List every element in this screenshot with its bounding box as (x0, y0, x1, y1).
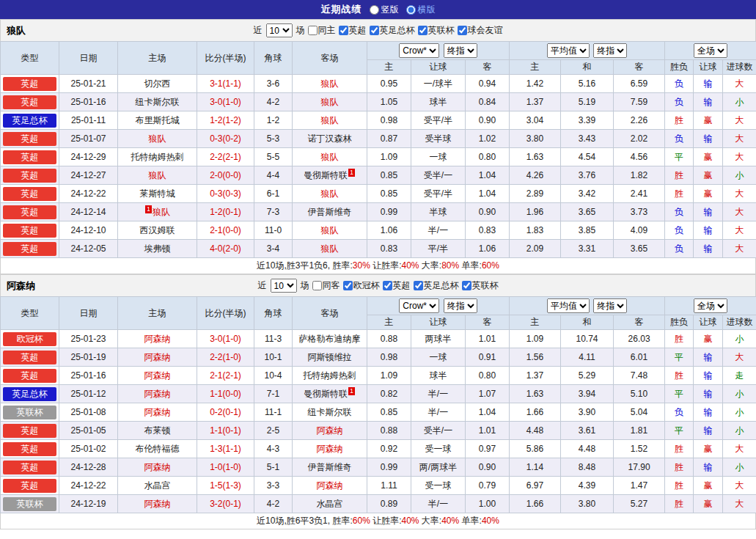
away-team[interactable]: 狼队 (293, 75, 367, 93)
average-final-select[interactable]: 终指 (593, 43, 627, 58)
team-name-text: 布伦特福德 (136, 444, 180, 454)
away-team[interactable]: 伊普斯维奇 (293, 458, 367, 477)
odds-handicap: 受平/半 (411, 111, 466, 130)
away-team[interactable]: 曼彻斯特联1 (293, 385, 367, 403)
home-team[interactable]: 狼队 (118, 166, 197, 185)
home-team[interactable]: 布里斯托城 (118, 111, 197, 130)
recent-count-select[interactable]: 10 (271, 279, 297, 293)
average-select[interactable]: 平均值 (547, 43, 590, 58)
filter-checkbox[interactable]: 英足总杯 (370, 24, 415, 37)
team-name-text: 伊普斯维奇 (308, 207, 352, 217)
average-select[interactable]: 平均值 (547, 298, 590, 313)
filter-checkbox-input[interactable] (418, 26, 427, 35)
filter-checkbox[interactable]: 英超 (339, 24, 367, 37)
filter-checkbox[interactable]: 同主 (308, 24, 336, 37)
odds-final-select[interactable]: 终指 (444, 43, 477, 58)
filter-checkbox-input[interactable] (343, 281, 353, 290)
team-name-text: 布里斯托城 (136, 115, 180, 125)
home-team[interactable]: 托特纳姆热刺 (118, 148, 197, 166)
fullmatch-select[interactable]: 全场 (694, 43, 727, 58)
home-team[interactable]: 阿森纳 (118, 330, 197, 348)
away-team[interactable]: 诺丁汉森林 (293, 130, 367, 148)
away-team[interactable]: 狼队 (293, 221, 367, 240)
away-team[interactable]: 狼队 (293, 148, 367, 166)
col-home: 主场 (118, 297, 197, 330)
filter-checkbox[interactable]: 球会友谊 (458, 24, 503, 37)
odds-source-select[interactable]: Crow* (399, 298, 439, 313)
filter-checkbox-input[interactable] (458, 26, 467, 35)
home-team[interactable]: 埃弗顿 (118, 240, 197, 258)
home-team[interactable]: 阿森纳 (118, 403, 197, 422)
filter-checkbox[interactable]: 英超 (383, 279, 411, 292)
filter-checkbox[interactable]: 英联杯 (462, 279, 499, 292)
away-team[interactable]: 水晶宫 (293, 495, 367, 513)
away-team[interactable]: 阿森纳 (293, 440, 367, 458)
odds-final-select[interactable]: 终指 (444, 298, 477, 313)
matches-label: 场 (301, 279, 309, 292)
home-team[interactable]: 布伦特福德 (118, 440, 197, 458)
home-team[interactable]: 阿森纳 (118, 458, 197, 477)
result-goals: 大 (723, 185, 756, 203)
avg-home: 1.66 (510, 495, 561, 513)
team-name-text: 萨格勒布迪纳摩 (299, 334, 361, 344)
away-team[interactable]: 狼队 (293, 240, 367, 258)
away-team[interactable]: 狼队 (293, 111, 367, 130)
col-avg-away: 客 (614, 315, 665, 330)
away-team[interactable]: 托特纳姆热刺 (293, 367, 367, 385)
league-cell: 英超 (1, 477, 59, 495)
home-team[interactable]: 西汉姆联 (118, 221, 197, 240)
odds-source-select[interactable]: Crow* (399, 43, 439, 58)
filter-checkbox[interactable]: 同客 (312, 279, 340, 292)
team-name: 阿森纳 (7, 279, 35, 293)
filter-checkbox[interactable]: 英联杯 (418, 24, 455, 37)
average-final-select[interactable]: 终指 (593, 298, 627, 313)
filter-checkbox[interactable]: 英足总杯 (414, 279, 459, 292)
filter-checkbox-input[interactable] (370, 26, 379, 35)
avg-away: 3.65 (614, 240, 665, 258)
result-handicap: 赢 (694, 111, 723, 130)
layout-option-horizontal[interactable]: 横版 (406, 4, 436, 16)
home-team[interactable]: 阿森纳 (118, 495, 197, 513)
away-team[interactable]: 阿斯顿维拉 (293, 348, 367, 367)
filter-checkbox-input[interactable] (312, 281, 322, 290)
league-badge: 英超 (3, 169, 56, 183)
filter-checkbox-input[interactable] (308, 26, 318, 35)
home-team[interactable]: 纽卡斯尔联 (118, 93, 197, 111)
league-badge: 英超 (3, 479, 56, 493)
home-team[interactable]: 1狼队 (118, 203, 197, 221)
away-team[interactable]: 萨格勒布迪纳摩 (293, 330, 367, 348)
layout-option-vertical[interactable]: 竖版 (370, 4, 399, 16)
filter-checkbox-input[interactable] (462, 281, 471, 290)
home-team[interactable]: 布莱顿 (118, 422, 197, 440)
odds-away: 1.06 (466, 240, 510, 258)
home-team[interactable]: 莱斯特城 (118, 185, 197, 203)
horizontal-layout-radio[interactable] (406, 5, 416, 15)
away-team[interactable]: 伊普斯维奇 (293, 203, 367, 221)
match-row: 英足总杯 25-01-11 布里斯托城 1-2(1-2) 1-2 狼队 0.98… (1, 111, 756, 130)
away-team[interactable]: 狼队 (293, 185, 367, 203)
corner-score: 5-3 (254, 130, 293, 148)
filter-checkbox-input[interactable] (414, 281, 423, 290)
avg-away: 6.01 (614, 348, 665, 367)
vertical-layout-radio[interactable] (370, 5, 379, 15)
away-team[interactable]: 纽卡斯尔联 (293, 403, 367, 422)
away-team[interactable]: 阿森纳 (293, 477, 367, 495)
home-team[interactable]: 阿森纳 (118, 367, 197, 385)
team-name-text: 阿森纳 (144, 334, 171, 344)
away-team[interactable]: 曼彻斯特联1 (293, 166, 367, 185)
fullmatch-select[interactable]: 全场 (694, 298, 727, 313)
filter-checkbox[interactable]: 欧冠杯 (343, 279, 380, 292)
home-team[interactable]: 切尔西 (118, 75, 197, 93)
home-team[interactable]: 狼队 (118, 130, 197, 148)
filter-checkbox-input[interactable] (383, 281, 392, 290)
odds-handicap: 一/球半 (411, 75, 466, 93)
recent-count-select[interactable]: 10 (266, 23, 293, 37)
home-team[interactable]: 阿森纳 (118, 385, 197, 403)
away-team[interactable]: 狼队 (293, 93, 367, 111)
odds-away: 0.79 (466, 477, 510, 495)
home-team[interactable]: 阿森纳 (118, 348, 197, 367)
filter-checkbox-input[interactable] (339, 26, 348, 35)
home-team[interactable]: 水晶宫 (118, 477, 197, 495)
match-row: 英超 24-12-22 水晶宫 1-5(1-3) 3-3 阿森纳 1.11 受一… (1, 477, 756, 495)
away-team[interactable]: 阿森纳 (293, 422, 367, 440)
